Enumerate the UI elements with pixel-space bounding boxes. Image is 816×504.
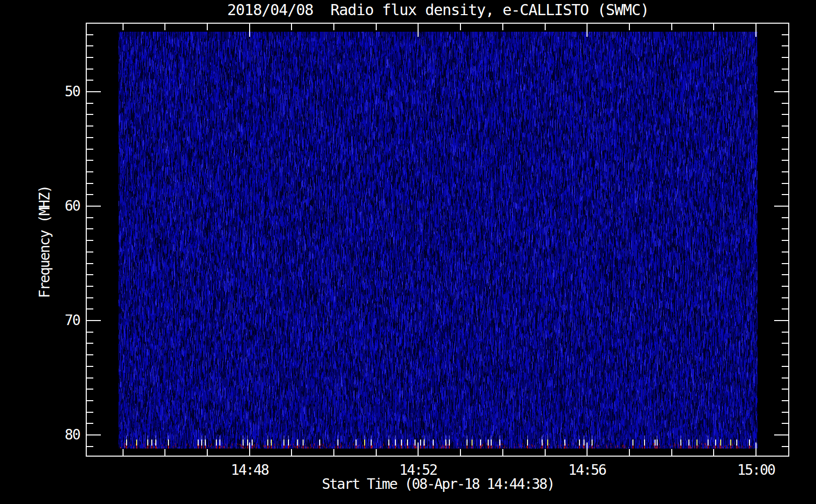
y-axis-tick [782, 45, 788, 46]
y-axis-tick [87, 446, 93, 447]
x-axis-tick [671, 24, 672, 30]
y-axis-tick [87, 354, 93, 355]
chart-title: 2018/04/08 Radio flux density, e-CALLIST… [86, 1, 790, 19]
y-axis-tick [782, 160, 788, 161]
y-axis-tick [87, 400, 93, 401]
y-axis-tick [87, 308, 93, 309]
y-axis-tick [782, 228, 788, 229]
y-tick-label: 80 [44, 427, 80, 443]
y-axis-tick [782, 194, 788, 195]
x-axis-tick [713, 449, 714, 456]
x-axis-tick [123, 24, 124, 30]
y-axis-tick [87, 69, 93, 70]
x-axis-tick [376, 449, 377, 456]
y-axis-tick [87, 377, 93, 379]
x-axis-tick [545, 24, 546, 30]
y-axis-tick [782, 400, 788, 401]
x-axis-tick [755, 24, 756, 37]
y-axis-tick [87, 206, 101, 207]
x-axis-tick [460, 449, 461, 456]
x-axis-tick [755, 443, 756, 456]
y-axis-tick [782, 332, 788, 333]
y-axis-tick [782, 149, 788, 150]
y-axis-tick [782, 240, 788, 241]
y-axis-tick [87, 45, 93, 46]
y-axis-tick [87, 263, 93, 264]
y-axis-tick [87, 194, 93, 195]
y-axis-tick [774, 91, 788, 92]
y-axis-tick [782, 263, 788, 264]
y-axis-tick [87, 217, 93, 218]
x-axis-tick [629, 24, 630, 30]
x-axis-tick [502, 24, 503, 30]
y-axis-tick [782, 57, 788, 58]
y-axis-tick [87, 137, 93, 138]
y-axis-tick [782, 423, 788, 424]
y-axis-tick [87, 80, 93, 81]
y-axis-tick [87, 251, 93, 253]
y-axis-tick [782, 377, 788, 379]
y-axis-tick [782, 366, 788, 367]
y-axis-tick [782, 80, 788, 81]
y-axis-title: Frequency (MHZ) [36, 186, 53, 298]
y-axis-tick [782, 183, 788, 184]
x-axis-tick [587, 443, 588, 456]
y-axis-tick [774, 206, 788, 207]
y-axis-tick [782, 114, 788, 115]
y-axis-tick [87, 91, 101, 92]
y-axis-tick [87, 114, 93, 115]
x-axis-tick [164, 24, 165, 30]
y-axis-tick [782, 354, 788, 355]
y-axis-tick [87, 103, 93, 104]
y-axis-tick [87, 125, 93, 127]
y-axis-tick [87, 149, 93, 150]
y-axis-tick [87, 57, 93, 58]
y-axis-tick [87, 423, 93, 424]
y-axis-tick [774, 320, 788, 321]
x-axis-tick [713, 24, 714, 30]
y-axis-tick [87, 240, 93, 241]
y-axis-tick [87, 228, 93, 229]
y-tick-label: 50 [44, 84, 80, 99]
y-axis-tick [782, 286, 788, 287]
x-axis-title: Start Time (08-Apr-18 14:44:38) [86, 476, 790, 492]
y-axis-tick [87, 366, 93, 367]
x-axis-tick [671, 449, 672, 456]
x-axis-tick [587, 24, 588, 37]
x-axis-tick [545, 449, 546, 456]
x-axis-tick [418, 443, 419, 456]
y-axis-tick [782, 308, 788, 309]
y-axis-tick [782, 343, 788, 344]
y-axis-tick [87, 297, 93, 298]
y-axis-tick [87, 160, 93, 161]
y-tick-label: 70 [44, 313, 80, 328]
y-axis-tick [782, 274, 788, 275]
x-axis-tick [502, 449, 503, 456]
y-axis-tick [87, 343, 93, 344]
y-axis-tick [782, 69, 788, 70]
y-axis-tick [782, 125, 788, 127]
x-axis-tick [249, 24, 250, 37]
y-axis-tick [782, 217, 788, 218]
x-axis-tick [123, 449, 124, 456]
x-axis-tick [207, 24, 208, 30]
y-axis-tick [782, 171, 788, 172]
x-axis-tick [291, 24, 292, 30]
x-axis-tick [418, 24, 419, 37]
y-axis-tick [87, 434, 101, 435]
y-axis-tick [87, 171, 93, 172]
y-axis-tick [87, 286, 93, 287]
x-axis-tick [460, 24, 461, 30]
y-axis-tick [782, 412, 788, 413]
x-axis-tick [333, 449, 334, 456]
x-axis-tick [291, 449, 292, 456]
y-axis-tick [774, 434, 788, 435]
spectrogram-figure: 2018/04/08 Radio flux density, e-CALLIST… [0, 0, 816, 504]
x-axis-tick [376, 24, 377, 30]
x-axis-tick [207, 449, 208, 456]
y-axis-tick [782, 297, 788, 298]
y-axis-tick [782, 446, 788, 447]
y-axis-tick [782, 34, 788, 35]
x-axis-tick [164, 449, 165, 456]
x-axis-tick [629, 449, 630, 456]
